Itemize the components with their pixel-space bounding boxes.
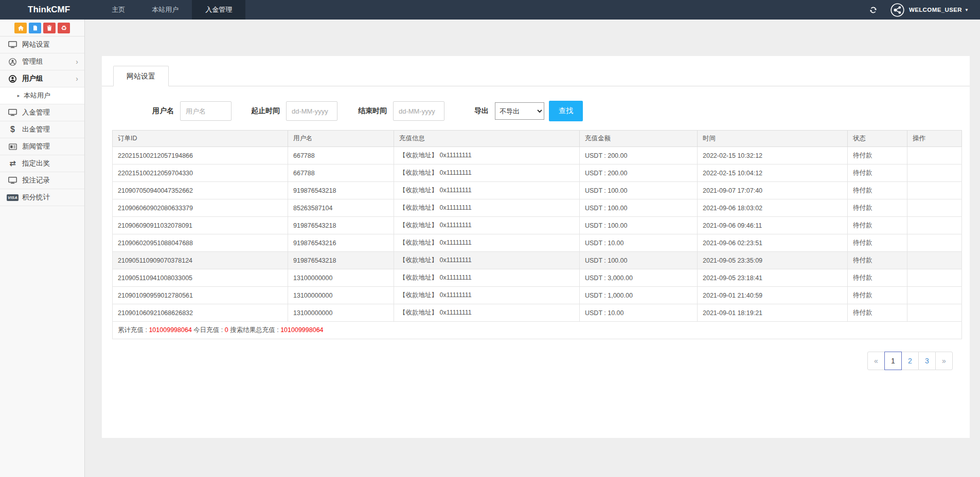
sidebar-item-label: 指定出奖 bbox=[22, 159, 50, 168]
recycle-icon: ♻ bbox=[61, 25, 67, 31]
user-menu[interactable]: WELCOME_USER bbox=[909, 7, 962, 13]
deposit-table: 订单ID用户名充值信息充值金额时间状态操作 220215100212057194… bbox=[112, 130, 962, 339]
cell-amount: USDT : 10.00 bbox=[580, 304, 698, 322]
nav-item[interactable]: 入金管理 bbox=[192, 0, 245, 20]
sidebar-item-label: 网站设置 bbox=[22, 40, 50, 49]
sidebar-item-label: 本站用户 bbox=[24, 91, 50, 100]
export-select[interactable]: 不导出 bbox=[495, 102, 544, 120]
navbar-right: WELCOME_USER ▼ bbox=[869, 0, 969, 20]
main-area: 网站设置 用户名 起止时间 结束时间 导出 不导出 查找 订单ID用户名充值信息… bbox=[85, 20, 980, 477]
file-icon bbox=[32, 25, 38, 31]
nav-item[interactable]: 主页 bbox=[98, 0, 138, 20]
search-button[interactable]: 查找 bbox=[549, 101, 583, 121]
export-label: 导出 bbox=[474, 106, 489, 116]
cell-info: 【收款地址】 0x11111111 bbox=[394, 164, 580, 182]
page-3[interactable]: 3 bbox=[918, 352, 936, 370]
cell-time: 2021-09-06 18:03:02 bbox=[698, 199, 848, 217]
start-date-input[interactable] bbox=[286, 101, 337, 121]
summary-cell: 累计充值 : 101009998064 今日充值 : 0 搜索结果总充值 : 1… bbox=[113, 322, 962, 339]
column-header: 状态 bbox=[848, 131, 907, 147]
page-2[interactable]: 2 bbox=[901, 352, 919, 370]
refresh-icon[interactable] bbox=[869, 6, 877, 14]
caret-down-icon[interactable]: ▼ bbox=[965, 8, 969, 12]
home-button[interactable] bbox=[14, 23, 27, 33]
deposit-table-wrap: 订单ID用户名充值信息充值金额时间状态操作 220215100212057194… bbox=[112, 130, 962, 339]
recycle-button[interactable]: ♻ bbox=[58, 23, 70, 33]
cell-amount: USDT : 200.00 bbox=[580, 164, 698, 182]
summary-row: 累计充值 : 101009998064 今日充值 : 0 搜索结果总充值 : 1… bbox=[113, 322, 962, 339]
start-time-label: 起止时间 bbox=[251, 106, 280, 116]
sidebar-item[interactable]: 新闻管理 bbox=[0, 138, 84, 155]
sidebar-item[interactable]: ▸本站用户 bbox=[0, 87, 84, 104]
sidebar-item-label: 用户组 bbox=[22, 74, 43, 83]
chevron-right-icon: › bbox=[76, 58, 78, 66]
trash-icon bbox=[46, 25, 52, 31]
trash-button[interactable] bbox=[43, 23, 56, 33]
cell-status: 待付款 bbox=[848, 304, 907, 322]
top-navbar: ThinkCMF 主页本站用户入金管理 WELCOME_USER ▼ bbox=[0, 0, 980, 20]
cell-order-id: 220215100212057194866 bbox=[113, 147, 288, 164]
end-date-input[interactable] bbox=[393, 101, 444, 121]
cell-order-id: 210901060921068626832 bbox=[113, 304, 288, 322]
sidebar-item[interactable]: VISA积分统计 bbox=[0, 189, 84, 206]
sidebar-item[interactable]: 网站设置 bbox=[0, 36, 84, 53]
cell-action bbox=[907, 217, 962, 234]
sidebar-item[interactable]: 入金管理 bbox=[0, 104, 84, 121]
deposit-row: 210905110909070378124919876543218【收款地址】 … bbox=[113, 252, 962, 269]
cell-time: 2021-09-05 23:18:41 bbox=[698, 269, 848, 287]
cell-info: 【收款地址】 0x11111111 bbox=[394, 147, 580, 164]
top-nav-menu: 主页本站用户入金管理 bbox=[98, 0, 245, 20]
deposit-row: 21090109095901278056113100000000【收款地址】 0… bbox=[113, 287, 962, 304]
summary-value: 0 bbox=[225, 326, 228, 334]
cell-info: 【收款地址】 0x11111111 bbox=[394, 304, 580, 322]
sidebar-item[interactable]: 投注记录 bbox=[0, 172, 84, 189]
cell-username: 667788 bbox=[288, 147, 394, 164]
user-avatar-icon[interactable] bbox=[890, 3, 904, 17]
sidebar-item[interactable]: 管理组› bbox=[0, 53, 84, 70]
sidebar-item-label: 投注记录 bbox=[22, 176, 50, 185]
file-button[interactable] bbox=[29, 23, 41, 33]
cell-order-id: 210906060902080633379 bbox=[113, 199, 288, 217]
cell-info: 【收款地址】 0x11111111 bbox=[394, 217, 580, 234]
cell-status: 待付款 bbox=[848, 269, 907, 287]
username-label: 用户名 bbox=[152, 106, 174, 116]
nav-item[interactable]: 本站用户 bbox=[138, 0, 192, 20]
column-header: 充值信息 bbox=[394, 131, 580, 147]
monitor-icon bbox=[7, 177, 18, 184]
page-1[interactable]: 1 bbox=[884, 352, 902, 370]
cell-time: 2022-02-15 10:32:12 bbox=[698, 147, 848, 164]
page-next[interactable]: » bbox=[935, 352, 953, 370]
tab-site-settings[interactable]: 网站设置 bbox=[113, 66, 169, 86]
summary-value: 101009998064 bbox=[149, 326, 191, 334]
column-header: 订单ID bbox=[113, 131, 288, 147]
username-input[interactable] bbox=[180, 101, 231, 121]
deposit-row: 21090106092106862683213100000000【收款地址】 0… bbox=[113, 304, 962, 322]
cell-action bbox=[907, 234, 962, 252]
cell-action bbox=[907, 269, 962, 287]
cell-status: 待付款 bbox=[848, 147, 907, 164]
home-icon bbox=[17, 25, 24, 31]
sidebar-item[interactable]: $出金管理 bbox=[0, 121, 84, 138]
cell-time: 2021-09-06 02:23:51 bbox=[698, 234, 848, 252]
cell-username: 667788 bbox=[288, 164, 394, 182]
caret-right-icon: ▸ bbox=[15, 93, 22, 98]
table-header-row: 订单ID用户名充值信息充值金额时间状态操作 bbox=[113, 131, 962, 147]
monitor-icon bbox=[7, 41, 18, 48]
cell-amount: USDT : 200.00 bbox=[580, 147, 698, 164]
dollar-icon: $ bbox=[7, 125, 18, 134]
cell-amount: USDT : 1,000.00 bbox=[580, 287, 698, 304]
cell-status: 待付款 bbox=[848, 287, 907, 304]
sidebar-item-label: 新闻管理 bbox=[22, 142, 50, 151]
sidebar-item[interactable]: 用户组› bbox=[0, 70, 84, 87]
column-header: 时间 bbox=[698, 131, 848, 147]
content-card: 网站设置 用户名 起止时间 结束时间 导出 不导出 查找 订单ID用户名充值信息… bbox=[102, 56, 970, 438]
sidebar-item[interactable]: ⇄指定出奖 bbox=[0, 155, 84, 172]
cell-time: 2022-02-15 10:04:12 bbox=[698, 164, 848, 182]
column-header: 操作 bbox=[907, 131, 962, 147]
news-icon bbox=[7, 143, 18, 150]
cell-time: 2021-09-01 18:19:21 bbox=[698, 304, 848, 322]
brand-logo[interactable]: ThinkCMF bbox=[28, 0, 70, 20]
cell-action bbox=[907, 287, 962, 304]
cell-info: 【收款地址】 0x11111111 bbox=[394, 199, 580, 217]
page-prev[interactable]: « bbox=[867, 352, 885, 370]
